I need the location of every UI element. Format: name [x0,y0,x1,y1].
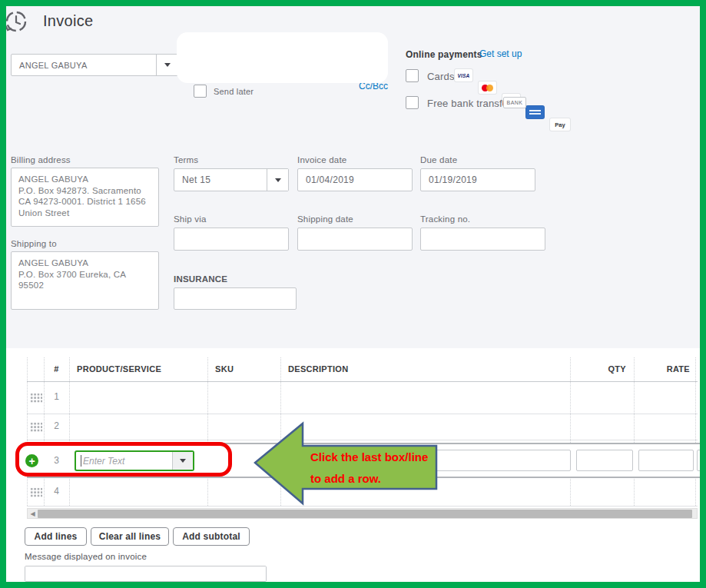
send-later-label: Send later [214,87,254,96]
row-number: 4 [44,486,69,497]
online-payments-title: Online payments [406,49,482,60]
due-date-label: Due date [420,155,457,164]
terms-dropdown-button[interactable] [267,169,288,191]
customer-select[interactable]: ANGEL GABUYA [11,54,178,76]
terms-label: Terms [174,155,198,164]
drag-handle-icon[interactable] [30,422,42,432]
shipping-date-label: Shipping date [297,214,353,224]
column-header-rate: RATE [634,364,690,374]
apple-pay-card-icon: Pay [550,118,570,131]
column-header-qty: QTY [570,364,626,374]
annotation-text-line1: Click the last box/line [310,450,428,463]
column-header-num: # [44,364,69,374]
customer-select-dropdown-button[interactable] [156,55,177,75]
send-later-checkbox[interactable] [194,85,207,98]
tracking-no-label: Tracking no. [420,214,470,224]
blank-overlay [177,32,388,83]
column-header-product-service: PRODUCT/SERVICE [77,364,161,374]
cards-label: Cards [427,71,455,82]
scroll-left-arrow-icon[interactable]: ◀ [28,510,38,517]
drag-handle-icon[interactable] [30,487,42,497]
arrow-annotation: Click the last box/line to add a row. [254,415,439,506]
cards-checkbox[interactable] [406,69,419,82]
mastercard-card-icon [479,81,496,94]
insurance-label: INSURANCE [174,274,227,284]
message-label: Message displayed on invoice [25,552,147,561]
scrollbar-thumb[interactable] [38,510,692,518]
table-row-border [27,506,698,507]
terms-select-value: Net 15 [174,174,267,185]
page-title: Invoice [43,12,93,30]
clear-all-lines-button[interactable]: Clear all lines [91,527,169,546]
amount-input-clipped[interactable] [697,450,700,471]
ship-via-field[interactable] [174,228,289,251]
bank-transfer-checkbox[interactable] [406,96,419,109]
tracking-no-field[interactable] [420,228,545,251]
shipping-to-label: Shipping to [11,239,57,248]
amex-card-icon [526,106,544,118]
highlight-annotation [15,442,232,477]
invoice-date-label: Invoice date [297,155,346,164]
billing-address-textarea[interactable]: ANGEL GABUYA P.O. Box 942873. Sacramento… [11,168,159,227]
due-date-field[interactable]: 01/19/2019 [420,168,535,191]
message-textarea[interactable] [25,566,267,582]
add-subtotal-button[interactable]: Add subtotal [173,527,250,546]
get-set-up-link[interactable]: Get set up [479,48,522,59]
customer-select-value: ANGEL GABUYA [12,61,156,70]
billing-address-label: Billing address [11,155,71,164]
bank-badge: BANK [503,97,526,108]
annotation-text-line2: to add a row. [310,472,381,485]
shipping-to-textarea[interactable]: ANGEL GABUYA P.O. Box 3700 Eureka, CA 95… [11,251,159,310]
chevron-down-icon [164,63,171,67]
horizontal-scrollbar[interactable]: ◀ [27,508,698,519]
invoice-window: Invoice ANGEL GABUYA Cc/Bcc Send later O… [0,0,706,588]
bank-transfer-label: Free bank transfer [427,98,512,109]
invoice-date-field[interactable]: 01/04/2019 [297,168,413,191]
column-header-description: DESCRIPTION [288,364,348,374]
drag-handle-icon[interactable] [30,393,42,403]
recent-transactions-clock-icon[interactable] [6,8,29,35]
column-header-sku: SKU [215,364,234,374]
table-row[interactable]: 1 [27,381,698,414]
chevron-down-icon [275,178,281,182]
terms-select[interactable]: Net 15 [174,168,289,191]
row-number: 2 [44,420,69,431]
row-number: 1 [44,391,69,402]
shipping-date-field[interactable] [297,228,413,251]
qty-input[interactable] [576,450,633,471]
visa-card-icon: VISA [455,69,472,81]
ship-via-label: Ship via [174,214,207,224]
add-lines-button[interactable]: Add lines [25,527,87,546]
insurance-field[interactable] [174,287,297,310]
rate-input[interactable] [638,450,694,471]
